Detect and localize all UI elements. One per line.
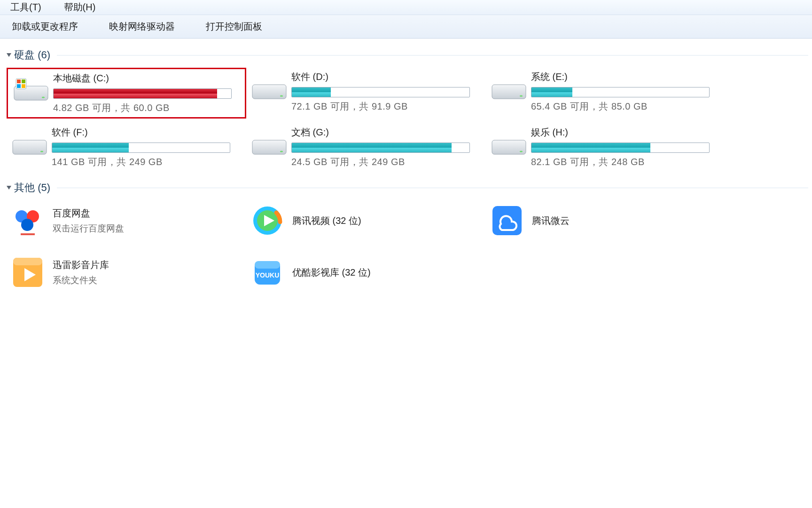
app-title: 百度网盘: [53, 207, 124, 220]
svg-point-14: [280, 151, 283, 152]
other-item[interactable]: 腾讯视频 (32 位): [246, 200, 486, 241]
svg-point-10: [520, 95, 523, 97]
svg-text:YOUKU: YOUKU: [256, 271, 280, 279]
hard-drive-icon: [8, 126, 51, 161]
drive-stat: 65.4 GB 可用，共 85.0 GB: [531, 100, 710, 113]
other-item[interactable]: 迅雷影音片库系统文件夹: [7, 252, 246, 293]
drive-stat: 4.82 GB 可用，共 60.0 GB: [53, 102, 232, 114]
app-title: 腾讯视频 (32 位): [292, 214, 361, 227]
svg-point-19: [21, 219, 33, 231]
baidu-icon: [8, 201, 47, 240]
svg-rect-6: [22, 84, 25, 88]
menu-tools[interactable]: 工具(T): [10, 1, 41, 14]
group-label: 其他: [14, 181, 35, 195]
svg-point-8: [280, 95, 283, 97]
other-item[interactable]: YOUKU优酷影视库 (32 位): [246, 252, 486, 293]
drive-stat: 72.1 GB 可用，共 91.9 GB: [291, 100, 470, 113]
toolbar: 卸载或更改程序 映射网络驱动器 打开控制面板: [0, 15, 812, 39]
drive-label: 娱乐 (H:): [531, 126, 710, 139]
other-item[interactable]: 百度网盘双击运行百度网盘: [7, 200, 246, 241]
group-count: (6): [38, 49, 50, 61]
xunlei-icon: [8, 253, 47, 292]
capacity-fill: [292, 143, 452, 152]
drive-item[interactable]: 娱乐 (H:)82.1 GB 可用，共 248 GB: [486, 123, 726, 171]
app-subtitle: 双击运行百度网盘: [53, 222, 124, 235]
tencent-video-icon: [248, 201, 287, 240]
drive-label: 软件 (F:): [52, 126, 230, 139]
svg-rect-13: [252, 140, 286, 154]
capacity-fill: [52, 143, 129, 152]
group-label: 硬盘: [14, 48, 35, 62]
toolbar-map-drive[interactable]: 映射网络驱动器: [101, 18, 183, 35]
svg-rect-15: [492, 140, 526, 154]
group-count: (5): [38, 182, 50, 194]
hard-drive-icon: [248, 126, 290, 161]
capacity-fill: [531, 87, 572, 97]
capacity-bar: [52, 143, 230, 153]
drive-item[interactable]: 文档 (G:)24.5 GB 可用，共 249 GB: [246, 123, 486, 171]
svg-rect-28: [255, 261, 280, 269]
svg-point-1: [42, 97, 45, 98]
drive-item[interactable]: 本地磁盘 (C:)4.82 GB 可用，共 60.0 GB: [7, 68, 246, 119]
svg-rect-3: [17, 79, 21, 83]
capacity-bar: [291, 87, 470, 97]
drive-item[interactable]: 系统 (E:)65.4 GB 可用，共 85.0 GB: [486, 68, 726, 119]
capacity-fill: [292, 87, 331, 97]
divider: [57, 188, 808, 188]
drive-item[interactable]: 软件 (F:)141 GB 可用，共 249 GB: [7, 123, 246, 171]
toolbar-control-panel[interactable]: 打开控制面板: [197, 18, 271, 35]
app-subtitle: 系统文件夹: [53, 274, 109, 286]
other-item[interactable]: 腾讯微云: [486, 200, 726, 241]
group-header-other[interactable]: 其他 (5): [7, 181, 808, 195]
hard-drive-icon: [248, 71, 290, 105]
drive-label: 本地磁盘 (C:): [53, 72, 232, 85]
hard-drive-icon: [488, 71, 530, 105]
capacity-fill: [54, 89, 217, 98]
capacity-fill: [531, 143, 650, 152]
drive-label: 文档 (G:): [291, 126, 470, 139]
app-title: 腾讯微云: [532, 214, 570, 227]
svg-point-12: [40, 151, 43, 152]
svg-rect-7: [252, 85, 286, 99]
hard-drive-icon: [488, 126, 530, 161]
group-header-hdd[interactable]: 硬盘 (6): [7, 48, 808, 62]
chevron-down-icon: [7, 186, 11, 190]
menu-help[interactable]: 帮助(H): [64, 1, 96, 14]
svg-rect-26: [13, 258, 42, 265]
drive-stat: 82.1 GB 可用，共 248 GB: [531, 156, 710, 168]
capacity-bar: [53, 88, 232, 99]
divider: [57, 55, 808, 56]
youku-icon: YOUKU: [248, 253, 287, 292]
svg-point-16: [520, 151, 523, 152]
drive-label: 软件 (D:): [291, 71, 470, 83]
drive-item[interactable]: 软件 (D:)72.1 GB 可用，共 91.9 GB: [246, 68, 486, 119]
drive-stat: 141 GB 可用，共 249 GB: [52, 156, 230, 168]
svg-rect-4: [22, 79, 25, 83]
chevron-down-icon: [7, 53, 11, 57]
capacity-bar: [531, 143, 710, 153]
weiyun-icon: [488, 201, 526, 240]
svg-rect-9: [492, 85, 526, 99]
menubar: 工具(T) 帮助(H): [0, 0, 812, 15]
svg-rect-20: [21, 233, 35, 235]
capacity-bar: [291, 143, 470, 153]
content-area: 硬盘 (6) 本地磁盘 (C:)4.82 GB 可用，共 60.0 GB软件 (…: [0, 39, 812, 293]
drive-label: 系统 (E:): [531, 71, 710, 83]
toolbar-uninstall[interactable]: 卸载或更改程序: [4, 18, 86, 35]
svg-rect-5: [17, 84, 21, 88]
svg-rect-11: [13, 140, 47, 154]
app-title: 迅雷影音片库: [53, 259, 109, 271]
capacity-bar: [531, 87, 710, 97]
drive-stat: 24.5 GB 可用，共 249 GB: [291, 156, 470, 168]
app-title: 优酷影视库 (32 位): [292, 266, 371, 279]
hard-drive-icon: [10, 72, 52, 107]
